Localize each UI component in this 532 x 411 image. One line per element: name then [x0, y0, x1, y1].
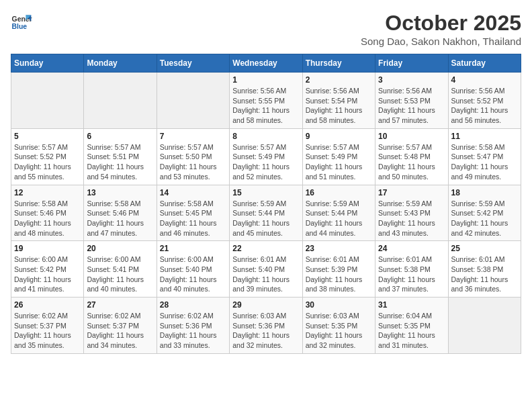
- day-info: Sunrise: 5:58 AM Sunset: 5:47 PM Dayligh…: [451, 142, 518, 182]
- calendar-header: SundayMondayTuesdayWednesdayThursdayFrid…: [11, 54, 521, 73]
- day-number: 29: [232, 300, 299, 310]
- day-info: Sunrise: 6:01 AM Sunset: 5:40 PM Dayligh…: [232, 255, 299, 294]
- weekday-header: Friday: [375, 54, 448, 73]
- day-info: Sunrise: 6:01 AM Sunset: 5:39 PM Dayligh…: [306, 255, 372, 294]
- day-info: Sunrise: 5:56 AM Sunset: 5:55 PM Dayligh…: [232, 86, 299, 126]
- day-info: Sunrise: 5:56 AM Sunset: 5:52 PM Dayligh…: [451, 86, 518, 126]
- day-number: 10: [378, 132, 445, 141]
- day-info: Sunrise: 5:56 AM Sunset: 5:53 PM Dayligh…: [378, 86, 445, 126]
- day-info: Sunrise: 6:02 AM Sunset: 5:36 PM Dayligh…: [160, 311, 226, 351]
- weekday-header: Tuesday: [157, 54, 229, 73]
- day-number: 3: [378, 75, 445, 85]
- day-number: 12: [14, 188, 81, 197]
- day-number: 1: [232, 75, 299, 85]
- day-number: 14: [160, 188, 226, 197]
- day-number: 20: [87, 244, 153, 253]
- day-info: Sunrise: 6:03 AM Sunset: 5:35 PM Dayligh…: [306, 311, 372, 351]
- day-number: 23: [306, 244, 372, 253]
- day-number: 11: [451, 132, 518, 141]
- weekday-header: Sunday: [11, 54, 84, 73]
- day-info: Sunrise: 5:57 AM Sunset: 5:52 PM Dayligh…: [14, 142, 81, 182]
- day-info: Sunrise: 5:58 AM Sunset: 5:45 PM Dayligh…: [160, 199, 226, 238]
- calendar-cell: 23Sunrise: 6:01 AM Sunset: 5:39 PM Dayli…: [302, 241, 375, 298]
- calendar-cell: [84, 73, 157, 129]
- weekday-header: Wednesday: [230, 54, 302, 73]
- calendar-cell: 31Sunrise: 6:04 AM Sunset: 5:35 PM Dayli…: [375, 298, 448, 354]
- day-number: 19: [14, 244, 81, 253]
- calendar-cell: 18Sunrise: 5:59 AM Sunset: 5:42 PM Dayli…: [448, 185, 521, 241]
- day-number: 30: [306, 300, 372, 310]
- day-info: Sunrise: 6:03 AM Sunset: 5:36 PM Dayligh…: [232, 311, 299, 351]
- page-header: General Blue October 2025 Song Dao, Sako…: [11, 11, 521, 47]
- day-info: Sunrise: 6:00 AM Sunset: 5:40 PM Dayligh…: [160, 255, 226, 294]
- day-number: 6: [87, 132, 153, 141]
- day-info: Sunrise: 5:57 AM Sunset: 5:49 PM Dayligh…: [306, 142, 372, 182]
- day-number: 26: [14, 300, 81, 310]
- calendar-cell: 28Sunrise: 6:02 AM Sunset: 5:36 PM Dayli…: [157, 298, 229, 354]
- day-info: Sunrise: 5:56 AM Sunset: 5:54 PM Dayligh…: [306, 86, 372, 126]
- calendar-cell: 13Sunrise: 5:58 AM Sunset: 5:46 PM Dayli…: [84, 185, 157, 241]
- day-info: Sunrise: 5:59 AM Sunset: 5:44 PM Dayligh…: [306, 199, 372, 238]
- calendar-cell: 9Sunrise: 5:57 AM Sunset: 5:49 PM Daylig…: [302, 128, 375, 185]
- day-info: Sunrise: 5:59 AM Sunset: 5:44 PM Dayligh…: [232, 199, 299, 238]
- day-number: 28: [160, 300, 226, 310]
- day-number: 7: [160, 132, 226, 141]
- day-number: 17: [378, 188, 445, 197]
- day-number: 16: [306, 188, 372, 197]
- day-info: Sunrise: 6:00 AM Sunset: 5:41 PM Dayligh…: [87, 255, 153, 294]
- month-year-title: October 2025: [361, 11, 521, 36]
- calendar-cell: 19Sunrise: 6:00 AM Sunset: 5:42 PM Dayli…: [11, 241, 84, 298]
- calendar-cell: [448, 298, 521, 354]
- calendar-cell: [157, 73, 229, 129]
- calendar-cell: 20Sunrise: 6:00 AM Sunset: 5:41 PM Dayli…: [84, 241, 157, 298]
- location-subtitle: Song Dao, Sakon Nakhon, Thailand: [361, 36, 521, 47]
- calendar-cell: 15Sunrise: 5:59 AM Sunset: 5:44 PM Dayli…: [230, 185, 302, 241]
- day-number: 31: [378, 300, 445, 310]
- day-number: 5: [14, 132, 81, 141]
- calendar-cell: 5Sunrise: 5:57 AM Sunset: 5:52 PM Daylig…: [11, 128, 84, 185]
- calendar-cell: 16Sunrise: 5:59 AM Sunset: 5:44 PM Dayli…: [302, 185, 375, 241]
- weekday-header: Saturday: [448, 54, 521, 73]
- logo: General Blue: [11, 11, 32, 32]
- day-number: 2: [306, 75, 372, 85]
- calendar-cell: 17Sunrise: 5:59 AM Sunset: 5:43 PM Dayli…: [375, 185, 448, 241]
- calendar-cell: 8Sunrise: 5:57 AM Sunset: 5:49 PM Daylig…: [230, 128, 302, 185]
- calendar-cell: 6Sunrise: 5:57 AM Sunset: 5:51 PM Daylig…: [84, 128, 157, 185]
- day-number: 18: [451, 188, 518, 197]
- calendar-week-row: 19Sunrise: 6:00 AM Sunset: 5:42 PM Dayli…: [11, 241, 521, 298]
- day-number: 27: [87, 300, 153, 310]
- svg-text:Blue: Blue: [12, 23, 28, 30]
- calendar-cell: 4Sunrise: 5:56 AM Sunset: 5:52 PM Daylig…: [448, 73, 521, 129]
- title-block: October 2025 Song Dao, Sakon Nakhon, Tha…: [361, 11, 521, 47]
- day-info: Sunrise: 5:57 AM Sunset: 5:51 PM Dayligh…: [87, 142, 153, 182]
- day-info: Sunrise: 5:58 AM Sunset: 5:46 PM Dayligh…: [14, 199, 81, 238]
- calendar-week-row: 1Sunrise: 5:56 AM Sunset: 5:55 PM Daylig…: [11, 73, 521, 129]
- calendar-cell: [11, 73, 84, 129]
- day-info: Sunrise: 5:59 AM Sunset: 5:43 PM Dayligh…: [378, 199, 445, 238]
- logo-icon: General Blue: [11, 11, 32, 32]
- calendar-cell: 21Sunrise: 6:00 AM Sunset: 5:40 PM Dayli…: [157, 241, 229, 298]
- weekday-header: Monday: [84, 54, 157, 73]
- calendar-cell: 7Sunrise: 5:57 AM Sunset: 5:50 PM Daylig…: [157, 128, 229, 185]
- day-info: Sunrise: 6:01 AM Sunset: 5:38 PM Dayligh…: [378, 255, 445, 294]
- calendar-cell: 22Sunrise: 6:01 AM Sunset: 5:40 PM Dayli…: [230, 241, 302, 298]
- calendar-cell: 25Sunrise: 6:01 AM Sunset: 5:38 PM Dayli…: [448, 241, 521, 298]
- day-number: 24: [378, 244, 445, 253]
- day-info: Sunrise: 6:04 AM Sunset: 5:35 PM Dayligh…: [378, 311, 445, 351]
- calendar-cell: 10Sunrise: 5:57 AM Sunset: 5:48 PM Dayli…: [375, 128, 448, 185]
- day-info: Sunrise: 5:57 AM Sunset: 5:48 PM Dayligh…: [378, 142, 445, 182]
- day-number: 4: [451, 75, 518, 85]
- day-number: 8: [232, 132, 299, 141]
- calendar-cell: 14Sunrise: 5:58 AM Sunset: 5:45 PM Dayli…: [157, 185, 229, 241]
- calendar-week-row: 26Sunrise: 6:02 AM Sunset: 5:37 PM Dayli…: [11, 298, 521, 354]
- calendar-cell: 1Sunrise: 5:56 AM Sunset: 5:55 PM Daylig…: [230, 73, 302, 129]
- calendar-table: SundayMondayTuesdayWednesdayThursdayFrid…: [11, 54, 521, 354]
- day-info: Sunrise: 6:00 AM Sunset: 5:42 PM Dayligh…: [14, 255, 81, 294]
- day-number: 25: [451, 244, 518, 253]
- day-info: Sunrise: 6:02 AM Sunset: 5:37 PM Dayligh…: [14, 311, 81, 351]
- calendar-cell: 26Sunrise: 6:02 AM Sunset: 5:37 PM Dayli…: [11, 298, 84, 354]
- day-info: Sunrise: 6:01 AM Sunset: 5:38 PM Dayligh…: [451, 255, 518, 294]
- day-info: Sunrise: 5:57 AM Sunset: 5:50 PM Dayligh…: [160, 142, 226, 182]
- day-info: Sunrise: 5:58 AM Sunset: 5:46 PM Dayligh…: [87, 199, 153, 238]
- calendar-cell: 29Sunrise: 6:03 AM Sunset: 5:36 PM Dayli…: [230, 298, 302, 354]
